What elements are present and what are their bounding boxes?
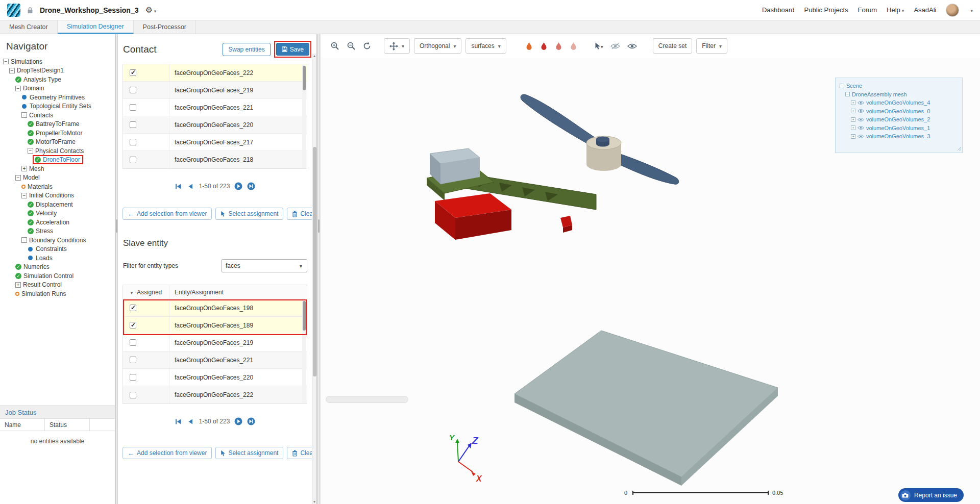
- assigned-checkbox[interactable]: [130, 305, 136, 311]
- entity-row-facegroupongeofaces-221[interactable]: faceGroupOnGeoFaces_221: [123, 99, 307, 116]
- projection-select[interactable]: Orthogonal: [414, 38, 461, 54]
- expand-icon[interactable]: [851, 109, 855, 113]
- entity-type-filter-select[interactable]: faces: [222, 259, 307, 272]
- tree-item-constraints[interactable]: Constraints: [0, 245, 115, 254]
- user-menu-caret-icon[interactable]: [969, 6, 973, 14]
- assigned-checkbox[interactable]: [130, 69, 136, 76]
- tree-item-topological-entity-sets[interactable]: Topological Entity Sets: [0, 102, 115, 111]
- tree-item-model[interactable]: Model: [0, 173, 115, 183]
- scene-root-item[interactable]: Scene: [840, 82, 958, 90]
- prev-page-button[interactable]: [187, 418, 194, 425]
- filter-dropdown[interactable]: Filter: [696, 38, 727, 54]
- nav-link-forum[interactable]: Forum: [858, 6, 877, 14]
- viewer-horizontal-scrollbar[interactable]: [326, 396, 408, 403]
- tree-item-domain[interactable]: Domain: [0, 84, 115, 93]
- slave-list-scrollbar[interactable]: [302, 300, 306, 403]
- entity-row-facegroupongeofaces-220[interactable]: faceGroupOnGeoFaces_220: [123, 116, 307, 134]
- entity-row-facegroupongeofaces-222[interactable]: faceGroupOnGeoFaces_222: [123, 386, 307, 404]
- user-name[interactable]: AsadAli: [914, 6, 936, 14]
- refresh-view-icon[interactable]: [361, 42, 373, 50]
- scene-assembly-item[interactable]: DroneAssembly mesh: [845, 90, 958, 99]
- expand-icon[interactable]: [15, 282, 21, 288]
- select-assignment-button[interactable]: Select assignment: [215, 208, 283, 220]
- assigned-checkbox[interactable]: [130, 339, 136, 346]
- assigned-checkbox[interactable]: [130, 121, 136, 128]
- tree-item-numerics[interactable]: Numerics: [0, 263, 115, 272]
- tree-item-displacement[interactable]: Displacement: [0, 200, 115, 209]
- visibility-eye-icon[interactable]: [857, 117, 864, 122]
- last-page-button[interactable]: [247, 417, 255, 425]
- tab-post-processor[interactable]: Post-Processor: [134, 20, 196, 34]
- first-page-button[interactable]: [175, 418, 182, 425]
- tree-item-boundary-conditions[interactable]: Boundary Conditions: [0, 236, 115, 245]
- scene-item-volumeongeovolumes-0[interactable]: volumeOnGeoVolumes_0: [851, 107, 958, 116]
- assigned-checkbox[interactable]: [130, 104, 136, 111]
- highlight-primary-selection-icon[interactable]: [524, 42, 534, 51]
- visibility-eye-icon[interactable]: [857, 125, 864, 130]
- prev-page-button[interactable]: [187, 183, 194, 190]
- add-selection-from-viewer-button[interactable]: Add selection from viewer: [122, 208, 212, 220]
- help-menu[interactable]: Help: [887, 6, 904, 14]
- swap-entities-button[interactable]: Swap entities: [223, 43, 270, 56]
- scene-item-volumeongeovolumes-2[interactable]: volumeOnGeoVolumes_2: [851, 115, 958, 124]
- assigned-column-header[interactable]: Assigned: [123, 285, 170, 299]
- hide-entity-icon[interactable]: [609, 43, 622, 49]
- expand-icon[interactable]: [851, 117, 855, 122]
- contact-panel-scrollbar[interactable]: ▲▼: [312, 54, 316, 504]
- assigned-checkbox[interactable]: [130, 139, 136, 145]
- entity-row-facegroupongeofaces-220[interactable]: faceGroupOnGeoFaces_220: [123, 369, 307, 386]
- collapse-icon[interactable]: [3, 59, 9, 64]
- collapse-icon[interactable]: [840, 84, 844, 88]
- assigned-checkbox[interactable]: [130, 374, 136, 381]
- collapse-icon[interactable]: [28, 148, 33, 154]
- tree-item-simulations[interactable]: Simulations: [0, 57, 115, 66]
- tree-item-contacts[interactable]: Contacts: [0, 111, 115, 120]
- select-tool-dropdown[interactable]: [593, 41, 605, 51]
- tree-item-materials[interactable]: Materials: [0, 182, 115, 191]
- scene-item-volumeongeovolumes-1[interactable]: volumeOnGeoVolumes_1: [851, 124, 958, 133]
- tree-item-simulation-control[interactable]: Simulation Control: [0, 271, 115, 281]
- project-settings-gear-icon[interactable]: ⚙: [145, 5, 156, 15]
- tree-item-result-control[interactable]: Result Control: [0, 281, 115, 290]
- app-logo[interactable]: [7, 4, 20, 17]
- tree-item-simulation-runs[interactable]: Simulation Runs: [0, 289, 115, 298]
- tree-item-droptestdesign1[interactable]: DropTestDesign1: [0, 66, 115, 75]
- tree-item-dronetofloor[interactable]: DroneToFloor: [0, 156, 115, 165]
- entity-row-facegroupongeofaces-218[interactable]: faceGroupOnGeoFaces_218: [123, 151, 307, 168]
- collapse-icon[interactable]: [9, 68, 15, 73]
- tree-item-mesh[interactable]: Mesh: [0, 164, 115, 173]
- resize-grip-icon[interactable]: [957, 146, 962, 152]
- report-issue-button[interactable]: Report an issue: [898, 488, 964, 502]
- create-set-button[interactable]: Create set: [653, 38, 692, 54]
- nav-link-dashboard[interactable]: Dashboard: [762, 6, 795, 14]
- collapse-icon[interactable]: [15, 86, 21, 91]
- assigned-checkbox[interactable]: [130, 392, 136, 398]
- highlight-secondary-selection-icon[interactable]: [553, 42, 564, 51]
- entity-row-facegroupongeofaces-219[interactable]: faceGroupOnGeoFaces_219: [123, 82, 307, 99]
- assigned-checkbox[interactable]: [130, 87, 136, 93]
- assigned-checkbox[interactable]: [130, 322, 136, 329]
- collapse-icon[interactable]: [845, 92, 850, 96]
- entity-row-facegroupongeofaces-221[interactable]: faceGroupOnGeoFaces_221: [123, 351, 307, 369]
- tree-item-loads[interactable]: Loads: [0, 254, 115, 263]
- collapse-icon[interactable]: [15, 175, 21, 181]
- right-splitter[interactable]: [317, 34, 320, 504]
- expand-icon[interactable]: [851, 100, 855, 105]
- tree-item-geometry-primitives[interactable]: Geometry Primitives: [0, 93, 115, 102]
- collapse-icon[interactable]: [21, 193, 27, 198]
- assigned-checkbox[interactable]: [130, 157, 136, 163]
- scene-item-volumeongeovolumes-3[interactable]: volumeOnGeoVolumes_3: [851, 132, 958, 141]
- tree-item-motortoframe[interactable]: MotorToFrame: [0, 138, 115, 147]
- entity-row-facegroupongeofaces-217[interactable]: faceGroupOnGeoFaces_217: [123, 134, 307, 151]
- highlight-selection-icon[interactable]: [538, 42, 549, 51]
- zoom-in-icon[interactable]: [329, 41, 341, 51]
- nav-link-public-projects[interactable]: Public Projects: [804, 6, 848, 14]
- expand-icon[interactable]: [851, 125, 855, 130]
- next-page-button[interactable]: [234, 417, 242, 425]
- avatar[interactable]: [946, 4, 959, 17]
- tree-item-propellertomotor[interactable]: PropellerToMotor: [0, 129, 115, 138]
- visibility-eye-icon[interactable]: [857, 134, 864, 139]
- entity-row-facegroupongeofaces-222[interactable]: faceGroupOnGeoFaces_222: [123, 64, 307, 82]
- tree-item-stress[interactable]: Stress: [0, 227, 115, 236]
- clear-highlight-icon[interactable]: [568, 42, 579, 51]
